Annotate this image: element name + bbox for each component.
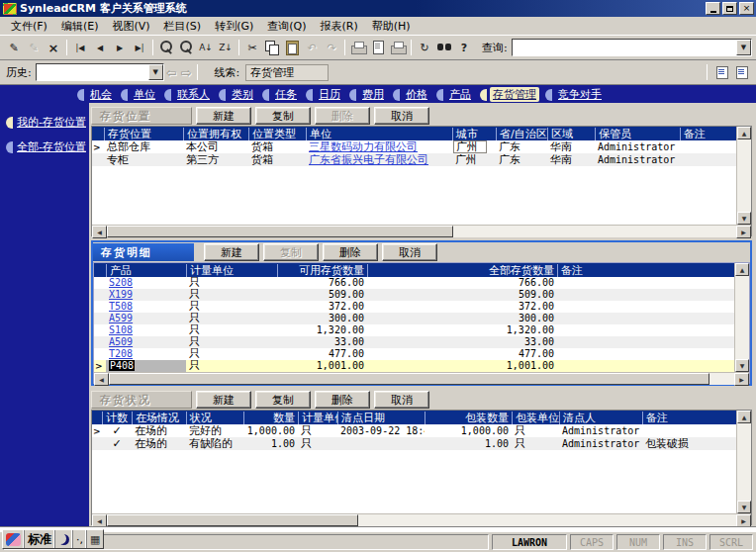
scroll-right-icon[interactable]: ▶ [736, 226, 751, 238]
scroll-down-icon[interactable]: ▼ [737, 212, 751, 225]
next-record-icon[interactable]: ▶ [110, 39, 130, 56]
find-icon[interactable] [434, 39, 454, 56]
col-keeper[interactable]: 保管员 [595, 128, 680, 140]
table-row[interactable]: S208 只 766.00 766.00 [94, 277, 734, 289]
tab-inventory[interactable]: 存货管理 [480, 87, 539, 102]
print-preview-icon[interactable] [388, 39, 408, 56]
first-record-icon[interactable]: |◀ [70, 39, 90, 56]
col-province[interactable]: 省/自治区 [496, 128, 547, 140]
close-button[interactable]: × [739, 2, 754, 15]
menu-goto[interactable]: 转到(G) [208, 18, 260, 35]
scroll-left-icon[interactable]: ◀ [92, 226, 107, 238]
sidebar-item-all-locations[interactable]: 全部-存货位置 [0, 137, 89, 157]
detail-copy-button[interactable]: 复制 [263, 243, 319, 261]
table-row[interactable]: T508 只 372.00 372.00 [94, 301, 734, 313]
scroll-down-icon[interactable]: ▼ [737, 501, 751, 513]
horizontal-scrollbar[interactable]: ◀ ▶ [94, 372, 749, 385]
search-icon[interactable] [156, 39, 176, 56]
location-new-button[interactable]: 新建 [196, 107, 251, 125]
table-row[interactable]: T208 只 477.00 477.00 [94, 348, 734, 360]
col-available-qty[interactable]: 可用存货数量 [277, 264, 367, 277]
tab-opportunity[interactable]: 机会 [77, 87, 115, 102]
status-copy-button[interactable]: 复制 [255, 391, 311, 409]
product-link[interactable]: S208 [109, 277, 133, 288]
detail-section-tab[interactable]: 存货明细 [93, 243, 194, 261]
history-back-icon[interactable]: ⇦ [166, 65, 177, 80]
query-combobox[interactable]: ▼ [512, 39, 752, 56]
query-input[interactable] [513, 40, 736, 55]
col-note[interactable]: 备注 [642, 412, 736, 424]
tab-category[interactable]: 类别 [219, 87, 256, 102]
menu-view[interactable]: 视图(V) [105, 18, 156, 35]
table-row[interactable]: A509 只 33.00 33.00 [94, 336, 734, 348]
detail-new-button[interactable]: 新建 [204, 243, 259, 261]
col-product[interactable]: 产品 [106, 264, 186, 277]
history-forward-icon[interactable]: ⇨ [181, 65, 192, 80]
scroll-right-icon[interactable]: ▶ [734, 373, 749, 386]
horizontal-scrollbar[interactable]: ◀ ▶ [92, 225, 751, 237]
tab-task[interactable]: 任务 [262, 87, 300, 102]
tab-calendar[interactable]: 日历 [306, 87, 343, 102]
detail-delete-button[interactable]: 删除 [323, 243, 378, 261]
table-row[interactable]: X199 只 509.00 509.00 [94, 289, 734, 301]
scroll-down-icon[interactable]: ▼ [735, 359, 749, 372]
scroll-up-icon[interactable]: ▲ [737, 411, 751, 423]
detail-cancel-button[interactable]: 取消 [382, 243, 437, 261]
edit-record-icon[interactable]: ✎ [24, 39, 44, 56]
ime-keyboard-icon[interactable]: ▦ [87, 530, 103, 548]
table-row[interactable]: A599 只 300.00 300.00 [94, 313, 734, 324]
selected-product-cell[interactable]: P408 [109, 360, 135, 371]
col-note[interactable]: 备注 [557, 264, 734, 277]
table-row[interactable]: S108 只 1,320.00 1,320.00 [94, 324, 734, 336]
col-type[interactable]: 位置类型 [248, 128, 306, 140]
col-unit[interactable]: 计量单位 [298, 412, 337, 424]
report-icon[interactable] [714, 65, 730, 79]
last-record-icon[interactable]: ▶| [130, 39, 149, 56]
scrollbar-thumb[interactable] [107, 226, 453, 237]
scroll-up-icon[interactable]: ▲ [735, 263, 749, 276]
col-note[interactable]: 备注 [680, 128, 736, 140]
col-presence[interactable]: 在场情况 [132, 412, 186, 424]
col-ownership[interactable]: 位置拥有权 [183, 128, 248, 140]
vertical-scrollbar[interactable]: ▲ ▼ [734, 263, 749, 372]
col-condition[interactable]: 状况 [186, 412, 243, 424]
previous-record-icon[interactable]: ◀ [90, 39, 110, 56]
col-total-qty[interactable]: 全部存货数量 [367, 264, 557, 277]
redo-icon[interactable]: ↷ [322, 39, 341, 56]
product-link[interactable]: A509 [109, 336, 133, 347]
col-region[interactable]: 区域 [547, 128, 595, 140]
status-delete-button[interactable]: 删除 [315, 391, 370, 409]
location-copy-button[interactable]: 复制 [255, 107, 311, 125]
menu-sections[interactable]: 栏目(S) [157, 18, 209, 35]
col-counted[interactable]: 计数 [102, 412, 132, 424]
sort-descending-icon[interactable]: Z↓ [216, 39, 236, 56]
ime-mode-button[interactable]: 标准 [25, 530, 55, 548]
history-input[interactable] [37, 64, 148, 80]
table-row[interactable]: > 总部仓库 本公司 货箱 三星数码动力有限公司 广州 广东 华南 Admini… [92, 140, 736, 153]
report-alt-icon[interactable] [734, 65, 750, 79]
menu-query[interactable]: 查询(Q) [260, 18, 313, 35]
export-report-icon[interactable] [368, 39, 388, 56]
status-cancel-button[interactable]: 取消 [374, 391, 429, 409]
col-unit[interactable]: 计量单位 [186, 264, 277, 277]
tab-product[interactable]: 产品 [436, 87, 474, 102]
product-link[interactable]: T508 [109, 301, 133, 312]
cut-icon[interactable]: ✂ [242, 39, 262, 56]
product-link[interactable]: X199 [109, 289, 133, 300]
undo-icon[interactable]: ↶ [302, 39, 322, 56]
copy-icon[interactable] [262, 39, 282, 56]
ime-punctuation-button[interactable]: ·, [73, 530, 87, 548]
scroll-right-icon[interactable]: ▶ [736, 514, 751, 526]
tab-company[interactable]: 单位 [121, 87, 158, 102]
refresh-icon[interactable]: ↻ [415, 39, 434, 56]
col-counter[interactable]: 清点人 [559, 412, 642, 424]
col-pkg-unit[interactable]: 包装单位 [512, 412, 559, 424]
ime-logo-icon[interactable] [3, 530, 25, 548]
scroll-up-icon[interactable]: ▲ [737, 127, 751, 139]
history-dropdown-icon[interactable]: ▼ [148, 64, 163, 80]
vertical-scrollbar[interactable]: ▲ ▼ [736, 411, 751, 513]
menu-file[interactable]: 文件(F) [4, 18, 54, 35]
company-link[interactable]: 三星数码动力有限公司 [309, 141, 418, 153]
context-help-icon[interactable]: ? [454, 39, 474, 56]
col-pkg-qty[interactable]: 包装数量 [425, 412, 512, 424]
